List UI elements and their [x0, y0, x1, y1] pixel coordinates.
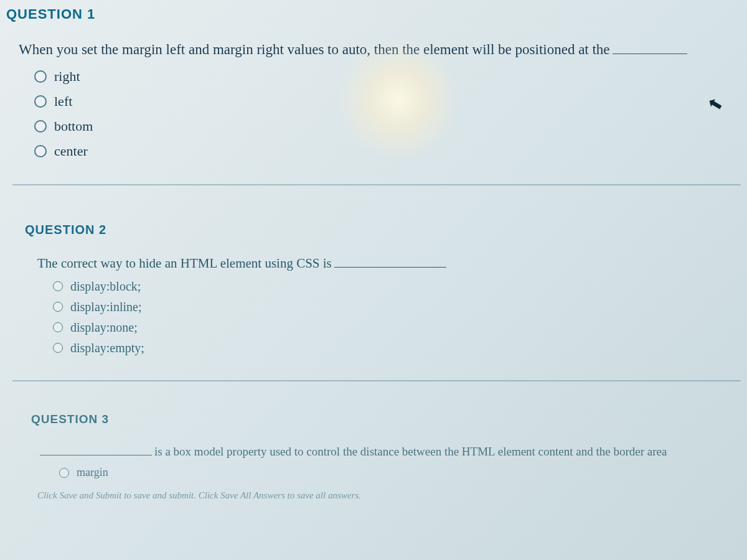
- q1-option-center[interactable]: center: [34, 143, 747, 159]
- question-2-header: QUESTION 2: [25, 223, 747, 237]
- question-3-header: QUESTION 3: [31, 413, 747, 426]
- radio-icon: [34, 120, 47, 133]
- radio-icon: [34, 70, 47, 83]
- footer-instructions: Click Save and Submit to save and submit…: [37, 490, 747, 501]
- divider: [12, 184, 741, 185]
- radio-icon: [53, 281, 63, 291]
- q1-option-bottom[interactable]: bottom: [34, 118, 747, 134]
- question-2-options: display:block; display:inline; display:n…: [53, 279, 747, 355]
- question-1-text: When you set the margin left and margin …: [19, 40, 747, 60]
- q1-option-right[interactable]: right: [34, 68, 747, 85]
- radio-icon: [53, 302, 63, 312]
- q3-option-margin[interactable]: margin: [59, 466, 747, 479]
- radio-icon: [59, 468, 69, 478]
- quiz-page: QUESTION 1 When you set the margin left …: [0, 0, 747, 501]
- radio-icon: [53, 343, 63, 353]
- question-1-header: QUESTION 1: [6, 6, 747, 22]
- q2-option-empty[interactable]: display:empty;: [53, 341, 747, 355]
- q1-option-left[interactable]: left: [34, 93, 747, 110]
- q2-option-none[interactable]: display:none;: [53, 320, 747, 335]
- radio-icon: [53, 322, 63, 332]
- question-3-text: is a box model property used to control …: [37, 444, 747, 460]
- question-3-options: margin: [59, 466, 747, 479]
- radio-icon: [34, 145, 47, 157]
- divider: [12, 380, 741, 381]
- q2-option-inline[interactable]: display:inline;: [53, 300, 747, 314]
- question-1-options: right left bottom center: [34, 68, 747, 159]
- radio-icon: [34, 95, 47, 108]
- q2-option-block[interactable]: display:block;: [53, 279, 747, 294]
- question-2-text: The correct way to hide an HTML element …: [37, 254, 747, 273]
